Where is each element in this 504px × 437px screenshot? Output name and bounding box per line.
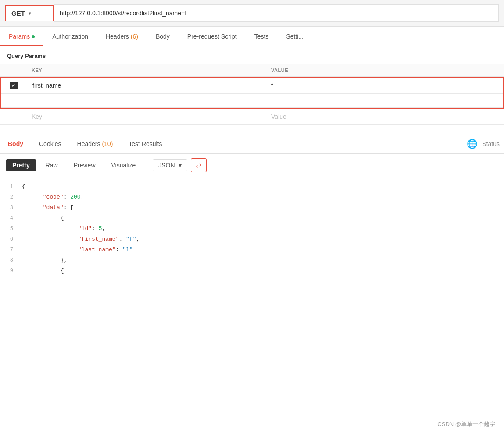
key-placeholder[interactable]: Key (25, 109, 265, 124)
tab-headers[interactable]: Headers (6) (97, 27, 147, 46)
json-line-5: 5 "id": 5, (0, 224, 504, 234)
json-line-7: 7 "last_name": "l" (0, 245, 504, 255)
response-right: 🌐 Status (467, 139, 504, 149)
tab-settings[interactable]: Setti... (277, 27, 312, 46)
globe-icon[interactable]: 🌐 (467, 139, 478, 149)
status-label: Status (482, 140, 500, 147)
response-tab-cookies[interactable]: Cookies (31, 134, 69, 153)
tab-tests[interactable]: Tests (246, 27, 278, 46)
tab-authorization[interactable]: Authorization (43, 27, 97, 46)
method-select[interactable]: GET ▾ (5, 5, 54, 21)
key-cell-1[interactable]: first_name (26, 78, 265, 93)
col-value-header: VALUE (265, 64, 504, 76)
tab-params[interactable]: Params (0, 27, 43, 46)
url-bar: GET ▾ (0, 0, 504, 27)
headers-badge: (6) (131, 33, 138, 40)
json-line-9: 9 { (0, 266, 504, 276)
params-row-1: ✓ first_name f (1, 78, 503, 94)
json-format-select[interactable]: JSON ▾ (153, 159, 187, 171)
format-preview-btn[interactable]: Preview (68, 159, 102, 171)
response-tab-headers[interactable]: Headers (10) (69, 134, 121, 153)
value-cell-1[interactable]: f (265, 78, 503, 93)
value-placeholder[interactable]: Value (265, 109, 504, 124)
json-line-3: 3 "data": [ (0, 203, 504, 213)
tab-body[interactable]: Body (147, 27, 179, 46)
response-tab-body[interactable]: Body (0, 134, 31, 153)
checkbox-cell-placeholder (0, 109, 25, 124)
wrap-btn[interactable]: ⇄ (191, 158, 207, 172)
checkbox-cell-empty (1, 94, 26, 107)
json-line-8: 8 }, (0, 255, 504, 266)
col-key-header: KEY (25, 64, 265, 76)
query-params-label: Query Params (0, 46, 504, 64)
format-visualize-btn[interactable]: Visualize (105, 159, 142, 171)
response-tab-test-results[interactable]: Test Results (121, 134, 170, 153)
response-section: Body Cookies Headers (10) Test Results 🌐… (0, 134, 504, 281)
json-line-6: 6 "first_name": "f", (0, 234, 504, 245)
params-row-placeholder: Key Value (0, 109, 504, 125)
json-line-1: 1 { (0, 181, 504, 192)
query-params-section: Query Params KEY VALUE ✓ first_name f (0, 46, 504, 125)
json-chevron: ▾ (179, 162, 182, 169)
col-checkbox (0, 64, 25, 76)
format-raw-btn[interactable]: Raw (39, 159, 64, 171)
params-row-empty (1, 94, 503, 108)
value-cell-empty (265, 94, 503, 107)
url-input[interactable] (54, 4, 499, 22)
format-bar: Pretty Raw Preview Visualize JSON ▾ ⇄ (0, 154, 504, 177)
response-tabs: Body Cookies Headers (10) Test Results 🌐… (0, 134, 504, 154)
key-cell-empty (26, 94, 265, 107)
method-chevron: ▾ (29, 11, 31, 16)
params-dot (32, 35, 35, 38)
json-line-2: 2 "code": 200, (0, 192, 504, 203)
json-line-4: 4 { (0, 213, 504, 224)
json-viewer: 1 { 2 "code": 200, 3 "data": [ 4 { 5 (0, 177, 504, 281)
tab-prerequest[interactable]: Pre-request Script (179, 27, 246, 46)
checkbox-cell-1[interactable]: ✓ (1, 78, 26, 93)
request-tabs: Params Authorization Headers (6) Body Pr… (0, 27, 504, 46)
method-label: GET (11, 10, 25, 17)
format-separator (147, 160, 147, 171)
format-pretty-btn[interactable]: Pretty (6, 159, 36, 171)
wrap-icon: ⇄ (196, 161, 201, 170)
checkmark-1: ✓ (11, 83, 16, 88)
params-header: KEY VALUE (0, 64, 504, 77)
checkbox-1[interactable]: ✓ (10, 82, 18, 89)
